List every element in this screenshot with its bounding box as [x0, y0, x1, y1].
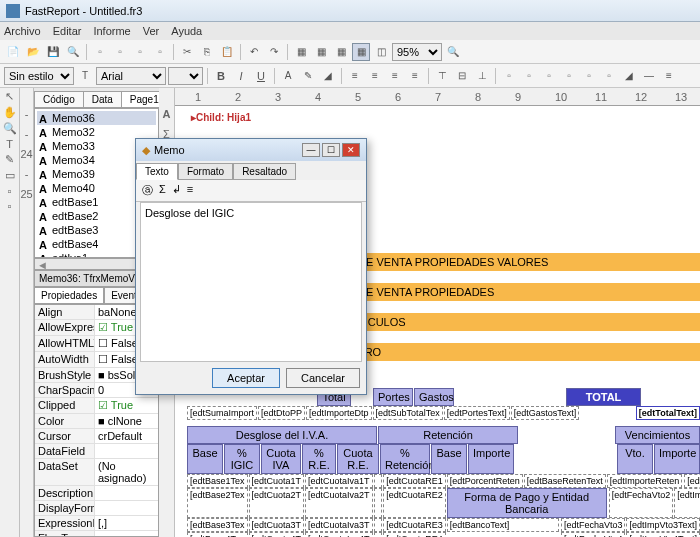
hdr-retencion: Retención	[378, 426, 518, 444]
font-icon[interactable]: T	[76, 67, 94, 85]
memo-dialog: ◆Memo — ☐ ✕ Texto Formato Resaltado ⓐ Σ …	[135, 138, 367, 395]
bgcolor-icon[interactable]: ◢	[319, 67, 337, 85]
valign-bot-icon[interactable]: ⊥	[473, 67, 491, 85]
text-tool-icon[interactable]: T	[6, 138, 13, 150]
undo-icon[interactable]: ↶	[245, 43, 263, 61]
zoom-select[interactable]: 95%	[392, 43, 442, 61]
grid-icon[interactable]: ▦	[332, 43, 350, 61]
align-justify-icon[interactable]: ≡	[406, 67, 424, 85]
prop-row[interactable]: DataSet(No asignado)	[35, 459, 158, 486]
scroll-left-icon[interactable]: ◄	[37, 259, 48, 269]
valign-top-icon[interactable]: ⊤	[433, 67, 451, 85]
hdr-desglose: Desglose del I.V.A.	[187, 426, 377, 444]
hand-icon[interactable]: ✋	[3, 106, 17, 119]
border-l-icon[interactable]: ▫	[500, 67, 518, 85]
cut-icon[interactable]: ✂	[178, 43, 196, 61]
ungroup-icon[interactable]: ▦	[312, 43, 330, 61]
ok-button[interactable]: Aceptar	[212, 368, 280, 388]
border-width-icon[interactable]: ≡	[660, 67, 678, 85]
border-all-icon[interactable]: ▫	[580, 67, 598, 85]
prop-row[interactable]: FlowTo	[35, 531, 158, 537]
minimize-icon[interactable]: —	[302, 143, 320, 157]
menu-informe[interactable]: Informe	[93, 25, 130, 37]
new-icon[interactable]: 📄	[4, 43, 22, 61]
border-r-icon[interactable]: ▫	[560, 67, 578, 85]
align-icon[interactable]: ≡	[187, 183, 193, 198]
redo-icon[interactable]: ↷	[265, 43, 283, 61]
format-icon[interactable]: ✎	[5, 153, 14, 166]
prop-row[interactable]: DataField	[35, 444, 158, 459]
preview-icon[interactable]: 🔍	[64, 43, 82, 61]
tab-codigo[interactable]: Código	[34, 91, 84, 107]
border-b-icon[interactable]: ▫	[540, 67, 558, 85]
copy-icon[interactable]: ⎘	[198, 43, 216, 61]
tree-item: AMemo32	[37, 125, 156, 139]
band-icon[interactable]: ▭	[5, 169, 15, 182]
memo-text-input[interactable]: Desglose del IGIC	[145, 207, 357, 357]
toolbar-1: 📄 📂 💾 🔍 ▫ ▫ ▫ ▫ ✂ ⎘ 📋 ↶ ↷ ▦ ▦ ▦ ▦ ◫ 95% …	[0, 40, 700, 64]
insert2-icon[interactable]: ▫	[8, 200, 12, 212]
align-right-icon[interactable]: ≡	[386, 67, 404, 85]
font-select[interactable]: Arial	[96, 67, 166, 85]
prop-row[interactable]: DisplayForma	[35, 501, 158, 516]
size-select[interactable]	[168, 67, 203, 85]
grid2-icon[interactable]: ▦	[352, 43, 370, 61]
valign-mid-icon[interactable]: ⊟	[453, 67, 471, 85]
border-style-icon[interactable]: —	[640, 67, 658, 85]
prop-row[interactable]: Clipped☑ True	[35, 398, 158, 414]
bold-icon[interactable]: B	[212, 67, 230, 85]
zoom-tool-icon[interactable]: 🔍	[3, 122, 17, 135]
prop-row[interactable]: ExpressionDe[,]	[35, 516, 158, 531]
tab-data[interactable]: Data	[83, 91, 122, 107]
cancel-button[interactable]: Cancelar	[286, 368, 360, 388]
sum-icon[interactable]: Σ	[159, 183, 166, 198]
ruler-v: --24-25	[20, 88, 34, 537]
zoom-icon[interactable]: 🔍	[444, 43, 462, 61]
vars-icon[interactable]: ▫	[151, 43, 169, 61]
tree-item: AMemo36	[37, 111, 156, 125]
border-t-icon[interactable]: ▫	[520, 67, 538, 85]
tab-resaltado[interactable]: Resaltado	[233, 163, 296, 180]
prop-row[interactable]: Description	[35, 486, 158, 501]
border-color-icon[interactable]: ◢	[620, 67, 638, 85]
tab-formato[interactable]: Formato	[178, 163, 233, 180]
wrap-icon[interactable]: ↲	[172, 183, 181, 198]
report-icon[interactable]: ▫	[131, 43, 149, 61]
style-select[interactable]: Sin estilo	[4, 67, 74, 85]
page2-icon[interactable]: ▫	[111, 43, 129, 61]
hdr-total-big: TOTAL	[566, 388, 641, 406]
child-band-label: ▸Child: Hija1	[187, 110, 700, 125]
pointer-icon[interactable]: ↖	[5, 90, 14, 103]
fontcolor-icon[interactable]: A	[279, 67, 297, 85]
save-icon[interactable]: 💾	[44, 43, 62, 61]
tab-texto[interactable]: Texto	[136, 163, 178, 180]
border-no-icon[interactable]: ▫	[600, 67, 618, 85]
insert-icon[interactable]: ▫	[8, 185, 12, 197]
prop-row[interactable]: CursorcrDefault	[35, 429, 158, 444]
menu-ver[interactable]: Ver	[143, 25, 160, 37]
label-a-icon[interactable]: A	[163, 108, 171, 120]
prop-row[interactable]: Color■ clNone	[35, 414, 158, 429]
paste-icon[interactable]: 📋	[218, 43, 236, 61]
underline-icon[interactable]: U	[252, 67, 270, 85]
hdr-venc: Vencimientos	[615, 426, 700, 444]
menu-bar: Archivo Editar Informe Ver Ayuda	[0, 22, 700, 40]
align-center-icon[interactable]: ≡	[366, 67, 384, 85]
snap-icon[interactable]: ◫	[372, 43, 390, 61]
close-icon[interactable]: ✕	[342, 143, 360, 157]
tool-palette: ↖ ✋ 🔍 T ✎ ▭ ▫ ▫	[0, 88, 20, 537]
page-icon[interactable]: ▫	[91, 43, 109, 61]
highlight-icon[interactable]: ✎	[299, 67, 317, 85]
align-left-icon[interactable]: ≡	[346, 67, 364, 85]
tab-propiedades[interactable]: Propiedades	[34, 287, 104, 304]
menu-archivo[interactable]: Archivo	[4, 25, 41, 37]
group-icon[interactable]: ▦	[292, 43, 310, 61]
menu-ayuda[interactable]: Ayuda	[171, 25, 202, 37]
expr-icon[interactable]: ⓐ	[142, 183, 153, 198]
open-icon[interactable]: 📂	[24, 43, 42, 61]
italic-icon[interactable]: I	[232, 67, 250, 85]
maximize-icon[interactable]: ☐	[322, 143, 340, 157]
menu-editar[interactable]: Editar	[53, 25, 82, 37]
toolbar-2: Sin estilo T Arial B I U A ✎ ◢ ≡ ≡ ≡ ≡ ⊤…	[0, 64, 700, 88]
hdr-gastos: Gastos	[414, 388, 454, 406]
